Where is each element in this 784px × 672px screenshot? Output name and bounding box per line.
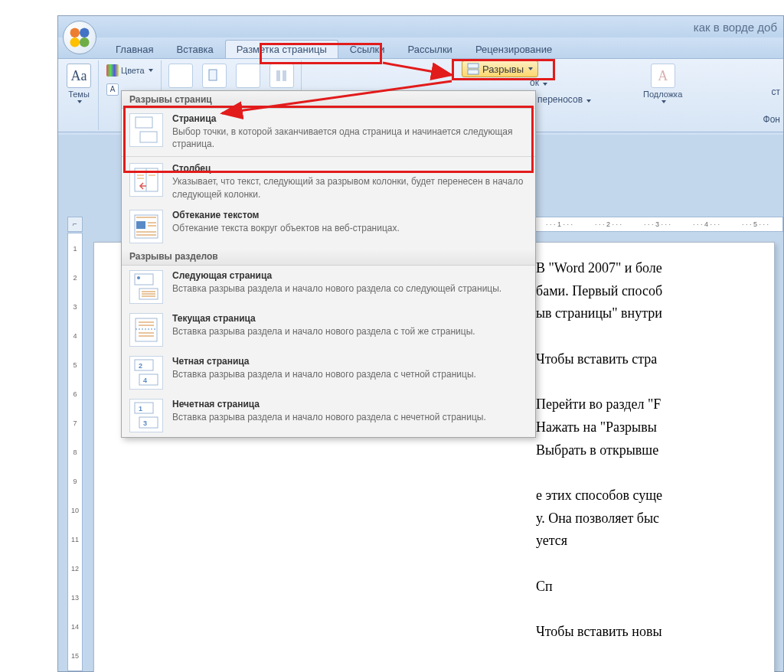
dropdown-item-even-page[interactable]: 24 Четная страницаВставка разрыва раздел… <box>122 351 535 394</box>
columns-icon <box>270 64 294 88</box>
page-break-icon <box>129 113 163 147</box>
svg-rect-6 <box>283 70 286 81</box>
orientation-icon <box>202 64 227 88</box>
tab-references[interactable]: Ссылки <box>338 40 397 58</box>
chevron-down-icon <box>586 99 591 103</box>
line-numbers-fragment: ок <box>530 77 547 88</box>
svg-rect-44 <box>135 403 153 413</box>
margins-button[interactable] <box>165 62 196 90</box>
svg-rect-5 <box>276 70 280 81</box>
size-icon <box>236 64 260 88</box>
orientation-button[interactable] <box>199 62 230 90</box>
svg-rect-28 <box>135 274 153 285</box>
continuous-icon <box>129 313 163 347</box>
odd-page-icon: 13 <box>129 399 163 432</box>
dropdown-item-next-page[interactable]: Следующая страницаВставка разрыва раздел… <box>122 266 535 308</box>
ribbon-tabs: Главная Вставка Разметка страницы Ссылки… <box>58 38 783 59</box>
themes-label: Темы <box>68 90 90 99</box>
svg-rect-40 <box>135 360 153 370</box>
text-wrap-icon <box>129 210 163 243</box>
svg-rect-22 <box>136 221 145 229</box>
dropdown-item-column[interactable]: СтолбецУказывает, что текст, следующий з… <box>122 158 535 204</box>
vertical-ruler[interactable]: 123456789101112131415161718 <box>67 233 83 671</box>
svg-point-0 <box>70 28 80 38</box>
svg-point-3 <box>80 38 90 47</box>
svg-point-2 <box>70 38 80 47</box>
breaks-icon <box>467 63 479 75</box>
chevron-down-icon <box>149 69 153 72</box>
svg-point-1 <box>80 28 90 38</box>
tab-insert[interactable]: Вставка <box>165 40 224 58</box>
horizontal-ruler[interactable]: · · · 1 · · ·· · · 2 · · ·· · · 3 · · ··… <box>531 217 783 232</box>
fonts-icon: A <box>106 83 119 96</box>
svg-rect-13 <box>140 132 157 142</box>
dropdown-item-text-wrapping[interactable]: Обтекание текстомОбтекание текста вокруг… <box>122 205 535 248</box>
size-button[interactable] <box>233 62 263 90</box>
svg-text:2: 2 <box>139 362 142 370</box>
chevron-down-icon <box>528 67 533 70</box>
ruler-corner[interactable]: ⌐ <box>67 217 83 232</box>
svg-rect-45 <box>139 417 158 428</box>
dropdown-item-odd-page[interactable]: 13 Нечетная страницаВставка разрыва разд… <box>122 394 535 437</box>
svg-text:4: 4 <box>143 377 147 384</box>
title-bar: как в ворде доб <box>58 16 783 38</box>
svg-rect-4 <box>209 70 217 80</box>
breaks-dropdown: Разрывы страниц СтраницаВыбор точки, в к… <box>121 90 536 438</box>
breaks-button[interactable]: Разрывы <box>462 60 538 77</box>
even-page-icon: 24 <box>129 356 163 390</box>
tab-mailings[interactable]: Рассылки <box>397 40 464 58</box>
tab-home[interactable]: Главная <box>104 40 165 58</box>
svg-point-33 <box>137 276 140 279</box>
svg-text:1: 1 <box>139 405 142 413</box>
office-button[interactable] <box>63 21 96 54</box>
columns-button[interactable] <box>266 62 297 90</box>
chevron-down-icon <box>543 83 547 86</box>
page-color-fragment: ст <box>772 86 781 97</box>
margins-icon <box>168 64 193 88</box>
dropdown-section-page-breaks: Разрывы страниц <box>122 91 535 109</box>
next-page-icon <box>129 270 163 304</box>
dropdown-item-continuous[interactable]: Текущая страницаВставка разрыва раздела … <box>122 308 535 351</box>
page-background-label: Фон <box>763 114 780 125</box>
window-title: как в ворде доб <box>694 21 777 34</box>
column-break-icon <box>129 163 163 197</box>
svg-rect-12 <box>136 117 152 128</box>
palette-icon <box>106 64 119 77</box>
svg-text:3: 3 <box>143 419 147 427</box>
chevron-down-icon <box>77 100 82 103</box>
document-text: В "Word 2007" и боле бами. Первый способ… <box>536 257 783 644</box>
tab-review[interactable]: Рецензирование <box>464 40 564 58</box>
chevron-down-icon <box>662 100 666 103</box>
dropdown-item-page[interactable]: СтраницаВыбор точки, в которой заканчива… <box>122 109 535 155</box>
office-logo-icon <box>68 26 91 49</box>
themes-button[interactable]: Aa Темы <box>64 62 94 105</box>
ribbon-group-themes: Aa Темы <box>60 60 99 130</box>
themes-icon: Aa <box>67 64 91 88</box>
dropdown-section-section-breaks: Разрывы разделов <box>122 248 535 266</box>
colors-button[interactable]: Цвета <box>103 62 157 79</box>
svg-rect-7 <box>468 64 479 68</box>
watermark-icon: A <box>651 64 675 88</box>
tab-page-layout[interactable]: Разметка страницы <box>225 40 338 58</box>
watermark-button[interactable]: A Подложка <box>640 62 685 105</box>
svg-rect-8 <box>468 70 479 74</box>
hyphenation-fragment: а переносов <box>530 94 591 105</box>
svg-rect-41 <box>139 374 158 385</box>
